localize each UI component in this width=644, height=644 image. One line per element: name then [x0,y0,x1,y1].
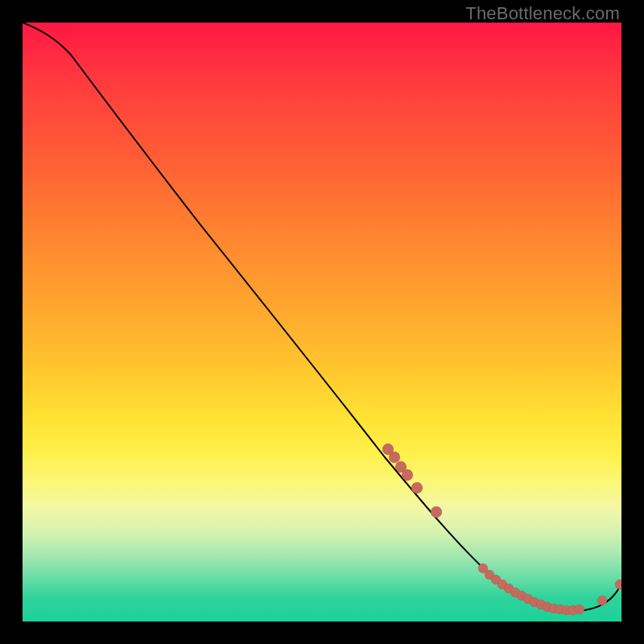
watermark-text: TheBottleneck.com [465,3,620,24]
chart-plot-area [23,23,621,621]
marker-dot [575,605,584,614]
marker-dot [411,482,423,493]
chart-frame: TheBottleneck.com [0,0,644,644]
bottleneck-curve [23,23,621,611]
marker-dot [597,596,607,605]
marker-dot [615,580,621,589]
marker-dot [431,506,442,518]
chart-svg [23,23,621,621]
marker-dot [389,452,400,463]
marker-dot [402,469,413,481]
